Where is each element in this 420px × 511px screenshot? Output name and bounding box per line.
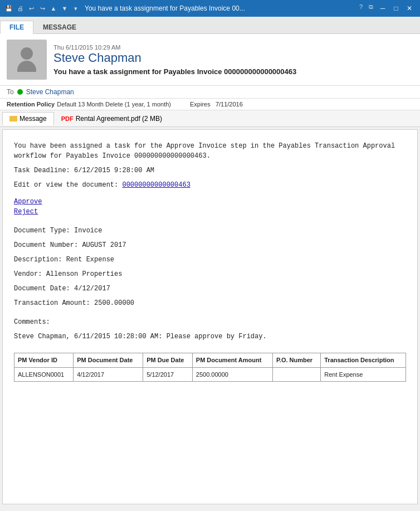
doc-number-value: AUGUST 2017 [82,241,126,249]
vendor-line: Vendor: Allenson Properties [14,269,406,279]
col-doc-amount: PM Document Amount [192,353,272,368]
tab-file[interactable]: FILE [0,21,33,34]
email-info: Thu 6/11/2015 10:29 AM Steve Chapman You… [53,44,413,76]
table-cell [272,367,320,382]
tab-attachment-label: Rental Agreement.pdf (2 MB) [76,115,162,123]
avatar-head [21,47,33,60]
print-icon[interactable]: 🖨 [16,4,25,13]
help-icon[interactable]: ? [356,2,365,11]
col-vendor-id: PM Vendor ID [14,353,74,368]
doc-number-line: Document Number: AUGUST 2017 [14,240,406,250]
body-view-doc: Edit or view the document: 0000000000000… [14,180,406,190]
deadline-label: Task Deadline: [14,167,70,174]
table-cell: 4/12/2017 [74,367,143,382]
body-deadline: Task Deadline: 6/12/2015 9:28:00 AM [14,166,406,176]
view-label: Edit or view the document: [14,181,118,189]
close-button[interactable]: ✕ [403,2,416,14]
sender-name: Steve Chapman [53,51,413,65]
table-cell: 5/12/2017 [143,367,193,382]
email-body: You have been assigned a task for the Ap… [2,129,418,504]
doc-number-label: Document Number: [14,241,78,249]
comments-label: Comments: [14,317,406,327]
tab-attachment[interactable]: PDF Rental Agreement.pdf (2 MB) [54,112,169,125]
description-label: Description: [14,256,62,264]
doc-date-label: Document Date: [14,285,70,293]
ribbon: FILE MESSAGE [0,17,420,34]
maximize-button[interactable]: □ [390,2,402,14]
table-cell: ALLENSON0001 [14,367,74,382]
col-trans-desc: Transaction Description [321,353,406,368]
redo-icon[interactable]: ↪ [38,4,47,13]
recipient-status-dot [17,89,23,95]
avatar [7,40,47,80]
deadline-value: 6/12/2015 9:28:00 AM [74,167,154,174]
tab-message-label: Message [19,115,47,123]
message-icon [9,116,17,121]
restore-icon[interactable]: ⧉ [367,2,375,11]
transaction-label: Transaction Amount: [14,299,90,307]
transaction-value: 2500.00000 [94,299,134,307]
undo-icon[interactable]: ↩ [27,4,36,13]
avatar-figure [17,47,36,72]
col-po-number: P.O. Number [272,353,320,368]
col-doc-date: PM Document Date [74,353,143,368]
doc-date-line: Document Date: 4/12/2017 [14,284,406,294]
vendor-label: Vendor: [14,270,42,278]
doc-link[interactable]: 00000000000000463 [122,181,190,189]
retention-value: Default 13 Month Delete (1 year, 1 month… [57,101,171,108]
customize-icon[interactable]: ▾ [71,4,80,13]
ribbon-tabs: FILE MESSAGE [0,17,420,33]
doc-date-value: 4/12/2017 [74,285,110,293]
window-controls[interactable]: ? ⧉ ─ □ ✕ [356,2,416,14]
description-line: Description: Rent Expense [14,255,406,265]
save-icon[interactable]: 💾 [4,4,13,13]
body-intro: You have been assigned a task for the Ap… [14,141,406,161]
up-arrow-icon[interactable]: ▲ [49,4,58,13]
col-due-date: PM Due Date [143,353,193,368]
body-details: Document Type: Invoice Document Number: … [14,226,406,308]
email-date: Thu 6/11/2015 10:29 AM [53,44,413,51]
body-actions: Approve Reject [14,197,406,217]
table-cell: Rent Expense [321,367,406,382]
doc-type-value: Invoice [74,227,102,235]
retention-label: Retention Policy [7,101,55,108]
recipient-name[interactable]: Steve Chapman [26,88,74,96]
email-subject: You have a task assignment for Payables … [53,67,413,76]
comments-value: Steve Chapman, 6/11/2015 10:28:00 AM: Pl… [14,332,406,342]
pdf-icon: PDF [61,115,74,122]
table-cell: 2500.00000 [192,367,272,382]
description-value: Rent Expense [66,256,114,264]
doc-type-line: Document Type: Invoice [14,226,406,236]
body-comments: Comments: Steve Chapman, 6/11/2015 10:28… [14,317,406,342]
title-bar: 💾 🖨 ↩ ↪ ▲ ▼ ▾ You have a task assignment… [0,0,420,17]
tab-message[interactable]: MESSAGE [33,21,86,34]
to-line: To Steve Chapman [0,86,420,99]
expires-section: Expires 7/11/2016 [190,101,243,108]
email-header: Thu 6/11/2015 10:29 AM Steve Chapman You… [0,34,420,86]
approve-link[interactable]: Approve [14,197,406,207]
invoice-table: PM Vendor ID PM Document Date PM Due Dat… [14,353,406,382]
expires-label: Expires [190,101,211,108]
minimize-button[interactable]: ─ [377,2,389,14]
reject-link[interactable]: Reject [14,207,406,217]
vendor-value: Allenson Properties [46,270,123,278]
transaction-line: Transaction Amount: 2500.00000 [14,298,406,308]
quick-access-toolbar[interactable]: 💾 🖨 ↩ ↪ ▲ ▼ ▾ [4,4,80,13]
table-row: ALLENSON00014/12/20175/12/20172500.00000… [14,367,406,382]
avatar-body [17,61,36,72]
message-tabs-bar: Message PDF Rental Agreement.pdf (2 MB) [0,110,420,127]
table-header-row: PM Vendor ID PM Document Date PM Due Dat… [14,353,406,368]
down-arrow-icon[interactable]: ▼ [60,4,69,13]
retention-policy-bar: Retention Policy Default 13 Month Delete… [0,99,420,110]
expires-value: 7/11/2016 [216,101,243,108]
doc-type-label: Document Type: [14,227,70,235]
window-title: You have a task assignment for Payables … [85,4,352,12]
tab-message-body[interactable]: Message [2,112,54,125]
to-label: To [7,88,14,96]
